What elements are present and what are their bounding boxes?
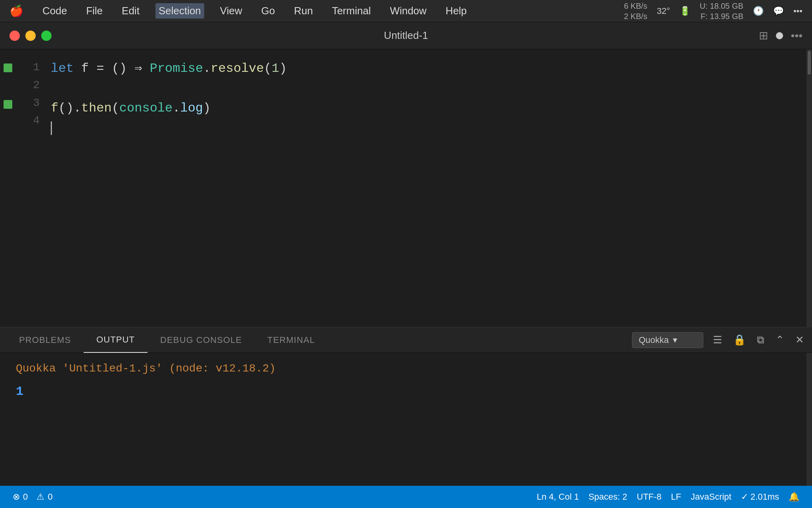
network-stats: 6 KB/s 2 KB/s — [624, 1, 647, 21]
panel-content: Quokka 'Untitled-1.js' (node: v12.18.2) … — [0, 353, 812, 486]
eol[interactable]: LF — [668, 490, 684, 504]
green-square-1 — [4, 64, 12, 72]
obj-console: console — [119, 98, 172, 118]
menu-help[interactable]: Help — [442, 3, 470, 19]
tab-debug-console[interactable]: DEBUG CONSOLE — [147, 327, 255, 353]
indicator-2 — [0, 77, 16, 95]
panel: PROBLEMS OUTPUT DEBUG CONSOLE TERMINAL Q… — [0, 327, 812, 486]
statusbar-right: Ln 4, Col 1 Spaces: 2 UTF-8 LF JavaScrip… — [534, 490, 802, 504]
menubar-right: 6 KB/s 2 KB/s 32° 🔋 U: 18.05 GB F: 13.95… — [624, 1, 802, 21]
menu-view[interactable]: View — [217, 3, 245, 19]
num-1: 1 — [272, 59, 279, 79]
line-num-2: 2 — [16, 77, 40, 94]
chat-icon: 💬 — [773, 6, 784, 16]
more-options-icon[interactable]: ••• — [791, 29, 802, 42]
more-icon: ••• — [793, 6, 802, 16]
battery-icon: 🔋 — [680, 6, 690, 16]
notifications-icon[interactable]: 🔔 — [785, 490, 802, 504]
spaces-setting[interactable]: Spaces: 2 — [585, 490, 630, 504]
cursor — [51, 121, 52, 135]
line-indicators — [0, 49, 16, 327]
close-button[interactable] — [10, 31, 20, 41]
window-title: Untitled-1 — [384, 29, 428, 42]
green-square-3 — [4, 100, 12, 109]
traffic-lights — [10, 31, 52, 41]
collapse-panel-icon[interactable]: ⌃ — [774, 332, 786, 348]
editor-container: 1 2 3 4 let f = () ⇒ Promise . resolve ( — [0, 49, 812, 486]
lock-icon[interactable]: 🔒 — [732, 332, 747, 348]
output-header: Quokka 'Untitled-1.js' (node: v12.18.2) — [16, 362, 796, 375]
scrollbar-thumb[interactable] — [808, 51, 811, 75]
method-then: then — [81, 98, 112, 118]
line-num-3: 3 — [16, 94, 40, 112]
code-line-4 — [48, 118, 806, 138]
unsaved-dot — [776, 32, 783, 39]
menu-run[interactable]: Run — [291, 3, 316, 19]
errors-item[interactable]: ⊗ 0 ⚠ 0 — [10, 490, 56, 504]
minimize-button[interactable] — [25, 31, 36, 41]
menu-go[interactable]: Go — [258, 3, 278, 19]
output-value: 1 — [16, 384, 796, 399]
error-icon: ⊗ — [13, 492, 20, 502]
titlebar: Untitled-1 ⊞ ••• — [0, 22, 812, 49]
editor-scrollbar[interactable] — [806, 49, 812, 327]
menubar: 🍎 Code File Edit Selection View Go Run T… — [0, 0, 812, 22]
encoding[interactable]: UTF-8 — [634, 490, 665, 504]
line-num-4: 4 — [16, 112, 40, 130]
code-line-2 — [48, 79, 806, 98]
warning-icon: ⚠ — [36, 492, 44, 502]
statusbar: ⊗ 0 ⚠ 0 Ln 4, Col 1 Spaces: 2 UTF-8 LF J… — [0, 486, 812, 508]
panel-tabs: PROBLEMS OUTPUT DEBUG CONSOLE TERMINAL Q… — [0, 327, 812, 353]
menu-file[interactable]: File — [83, 3, 106, 19]
var-f: f — [81, 59, 89, 79]
panel-scrollbar[interactable] — [806, 353, 812, 486]
code-content[interactable]: let f = () ⇒ Promise . resolve ( 1 ) f — [48, 49, 806, 327]
temperature: 32° — [657, 6, 670, 16]
error-count: 0 — [23, 492, 28, 502]
keyword-let: let — [51, 59, 74, 79]
fn-f: f — [51, 98, 58, 118]
indicator-3 — [0, 95, 16, 114]
split-editor-icon[interactable]: ⊞ — [759, 29, 768, 42]
copy-icon[interactable]: ⧉ — [755, 332, 766, 348]
output-source-select[interactable]: Quokka ▾ — [632, 332, 703, 348]
method-resolve: resolve — [211, 59, 264, 79]
indicator-1 — [0, 59, 16, 77]
code-line-1: let f = () ⇒ Promise . resolve ( 1 ) — [48, 59, 806, 79]
maximize-button[interactable] — [41, 31, 52, 41]
chevron-down-icon: ▾ — [673, 335, 677, 345]
cursor-position[interactable]: Ln 4, Col 1 — [534, 490, 582, 504]
language-mode[interactable]: JavaScript — [688, 490, 735, 504]
indicator-4 — [0, 114, 16, 132]
close-panel-icon[interactable]: ✕ — [794, 332, 806, 348]
menu-code[interactable]: Code — [39, 3, 70, 19]
menu-selection[interactable]: Selection — [155, 3, 204, 19]
prop-log: log — [180, 98, 203, 118]
menu-edit[interactable]: Edit — [119, 3, 143, 19]
warning-count: 0 — [48, 492, 52, 502]
tab-output[interactable]: OUTPUT — [84, 327, 147, 353]
panel-tab-actions: Quokka ▾ ☰ 🔒 ⧉ ⌃ ✕ — [632, 332, 806, 348]
statusbar-left: ⊗ 0 ⚠ 0 — [10, 490, 56, 504]
menu-terminal[interactable]: Terminal — [329, 3, 374, 19]
quokka-timing: ✓ 2.01ms — [738, 490, 782, 504]
line-num-1: 1 — [16, 59, 40, 77]
list-icon[interactable]: ☰ — [711, 332, 724, 348]
tab-terminal[interactable]: TERMINAL — [255, 327, 327, 353]
class-promise: Promise — [150, 59, 203, 79]
time-icon: 🕐 — [753, 6, 764, 16]
titlebar-actions: ⊞ ••• — [759, 29, 802, 42]
storage-stats: U: 18.05 GB F: 13.95 GB — [700, 1, 743, 21]
line-numbers: 1 2 3 4 — [16, 49, 48, 327]
apple-menu[interactable]: 🍎 — [10, 4, 23, 17]
code-line-3: f () . then ( console . log ) — [48, 98, 806, 118]
menu-window[interactable]: Window — [387, 3, 429, 19]
code-editor[interactable]: 1 2 3 4 let f = () ⇒ Promise . resolve ( — [0, 49, 812, 327]
tab-problems[interactable]: PROBLEMS — [6, 327, 84, 353]
